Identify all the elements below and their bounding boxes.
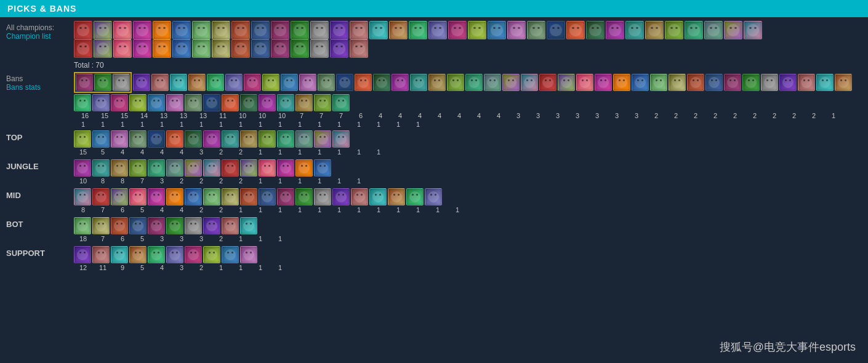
champion-icon[interactable] (409, 21, 427, 39)
champion-icon[interactable] (151, 74, 169, 91)
champion-icon[interactable] (539, 74, 557, 91)
champion-icon[interactable] (166, 130, 183, 148)
champion-icon[interactable] (148, 217, 165, 234)
champion-icon[interactable] (129, 94, 147, 111)
champion-icon[interactable] (203, 246, 220, 263)
champion-icon[interactable] (212, 39, 230, 58)
champion-icon[interactable] (277, 130, 294, 148)
champion-icon[interactable] (185, 159, 202, 177)
champion-icon[interactable] (310, 39, 329, 58)
champion-icon[interactable] (74, 39, 92, 58)
champion-icon[interactable] (724, 74, 741, 91)
champion-icon[interactable] (222, 217, 239, 234)
champion-icon[interactable] (586, 21, 605, 39)
champion-icon[interactable] (566, 21, 585, 39)
champion-icon[interactable] (650, 74, 667, 91)
champion-icon[interactable] (240, 130, 257, 148)
champion-icon[interactable] (761, 74, 778, 91)
champion-icon[interactable] (632, 74, 649, 91)
champion-icon[interactable] (74, 94, 91, 111)
champion-icon[interactable] (129, 188, 147, 205)
champion-icon[interactable] (744, 21, 762, 39)
bans-stats-label[interactable]: Bans stats (6, 83, 74, 92)
champion-icon[interactable] (291, 21, 309, 39)
champion-icon[interactable] (240, 159, 257, 177)
champion-icon[interactable] (133, 21, 151, 39)
champion-icon[interactable] (166, 246, 183, 263)
champion-icon[interactable] (225, 74, 243, 91)
champion-icon[interactable] (74, 217, 91, 234)
champion-icon[interactable] (502, 74, 520, 91)
champion-icon[interactable] (129, 159, 147, 177)
champion-icon[interactable] (295, 130, 313, 148)
champion-icon[interactable] (203, 130, 220, 148)
champion-icon[interactable] (295, 94, 313, 111)
champion-icon[interactable] (166, 188, 183, 205)
champion-icon[interactable] (203, 159, 220, 177)
champion-icon[interactable] (277, 94, 294, 111)
champion-icon[interactable] (665, 21, 683, 39)
champion-icon[interactable] (428, 74, 446, 91)
champion-icon[interactable] (240, 217, 257, 234)
champion-icon[interactable] (350, 39, 368, 58)
champion-icon[interactable] (558, 74, 575, 91)
champion-icon[interactable] (332, 130, 350, 148)
champion-icon[interactable] (153, 39, 171, 58)
champion-icon[interactable] (148, 246, 165, 263)
champion-icon[interactable] (314, 159, 331, 177)
champion-icon[interactable] (816, 74, 834, 91)
champion-icon[interactable] (613, 74, 630, 91)
champion-icon[interactable] (185, 188, 202, 205)
champion-icon[interactable] (373, 74, 390, 91)
champion-icon[interactable] (185, 130, 202, 148)
champion-icon[interactable] (350, 21, 368, 39)
champion-icon[interactable] (291, 39, 309, 58)
champion-icon[interactable] (314, 94, 331, 111)
champion-icon[interactable] (203, 188, 220, 205)
champion-icon[interactable] (606, 21, 624, 39)
champion-icon[interactable] (222, 159, 239, 177)
champion-icon[interactable] (835, 74, 852, 91)
champion-icon[interactable] (92, 159, 110, 177)
champion-icon[interactable] (240, 246, 257, 263)
champion-icon[interactable] (231, 39, 250, 58)
champion-icon[interactable] (129, 130, 147, 148)
champion-icon[interactable] (92, 94, 110, 111)
champion-icon[interactable] (336, 74, 353, 91)
champion-icon[interactable] (369, 21, 388, 39)
champion-icon[interactable] (521, 74, 538, 91)
champion-icon[interactable] (113, 21, 132, 39)
champion-icon[interactable] (240, 188, 257, 205)
champion-icon[interactable] (295, 159, 313, 177)
champion-icon[interactable] (330, 39, 348, 58)
champion-icon[interactable] (392, 74, 409, 91)
champion-icon[interactable] (798, 74, 815, 91)
champion-icon[interactable] (281, 74, 298, 91)
champion-icon[interactable] (484, 74, 501, 91)
champion-icon[interactable] (295, 188, 313, 205)
champion-icon[interactable] (447, 74, 464, 91)
champion-icon[interactable] (92, 130, 110, 148)
champion-icon[interactable] (687, 74, 704, 91)
champion-icon[interactable] (133, 39, 151, 58)
champion-icon[interactable] (111, 94, 128, 111)
champion-icon[interactable] (231, 21, 250, 39)
champion-icon[interactable] (507, 21, 526, 39)
champion-icon[interactable] (166, 159, 183, 177)
champion-icon[interactable] (704, 21, 723, 39)
champion-icon[interactable] (192, 21, 211, 39)
champion-icon[interactable] (779, 74, 797, 91)
champion-icon[interactable] (259, 188, 276, 205)
champion-icon[interactable] (129, 246, 147, 263)
champion-icon[interactable] (148, 188, 165, 205)
champion-icon[interactable] (113, 39, 132, 58)
champion-icon[interactable] (94, 21, 112, 39)
champion-icon[interactable] (74, 246, 91, 263)
champion-icon[interactable] (314, 130, 331, 148)
champion-icon[interactable] (314, 188, 331, 205)
champion-icon[interactable] (705, 74, 723, 91)
champion-icon[interactable] (94, 74, 111, 91)
champion-icon[interactable] (188, 74, 206, 91)
champion-icon[interactable] (203, 94, 220, 111)
champion-icon[interactable] (222, 94, 239, 111)
